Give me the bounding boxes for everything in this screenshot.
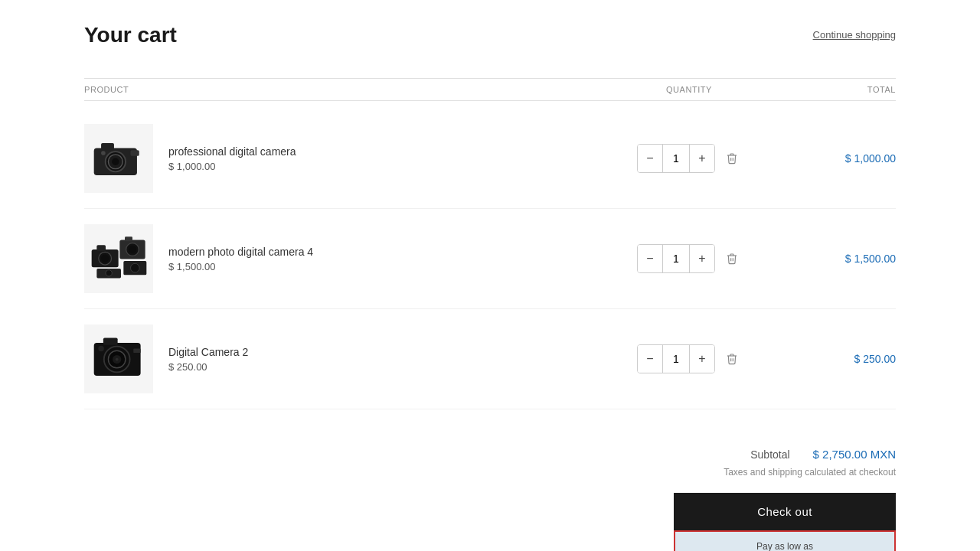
col-header-total: TOTAL (773, 85, 896, 94)
item-total-3: $ 250.00 (773, 353, 896, 365)
quantity-control-1: − + (605, 144, 773, 173)
product-image-2 (84, 224, 153, 293)
continue-shopping-link[interactable]: Continue shopping (813, 29, 896, 41)
qty-decrease-2[interactable]: − (638, 245, 662, 272)
qty-box-3: − + (637, 344, 715, 373)
delete-item-2[interactable] (723, 249, 741, 268)
svg-rect-14 (125, 236, 132, 241)
product-name-1: professional digital camera (168, 145, 296, 158)
cart-table-header: PRODUCT QUANTITY TOTAL (84, 78, 896, 101)
page-header: Your cart Continue shopping (84, 23, 896, 47)
qty-box-1: − + (637, 144, 715, 173)
product-price-3: $ 250.00 (168, 361, 248, 373)
subtotal-row: Subtotal $ 2,750.00 MXN (750, 448, 896, 461)
qty-increase-1[interactable]: + (690, 145, 714, 172)
cart-items-list: professional digital camera $ 1,000.00 −… (84, 109, 896, 409)
col-header-product: PRODUCT (84, 85, 605, 94)
qty-input-2[interactable] (662, 245, 690, 272)
product-image-1 (84, 124, 153, 193)
delete-item-1[interactable] (723, 149, 741, 168)
qty-box-2: − + (637, 244, 715, 273)
svg-point-9 (101, 254, 109, 262)
svg-point-3 (112, 158, 119, 165)
qty-decrease-3[interactable]: − (638, 345, 662, 373)
jifiti-widget: Pay as low as $262.70/mo with Jifiti. Ch… (674, 530, 896, 551)
qty-increase-3[interactable]: + (690, 345, 714, 373)
product-price-1: $ 1,000.00 (168, 161, 296, 172)
svg-rect-24 (103, 337, 117, 344)
svg-rect-25 (133, 348, 140, 353)
svg-point-18 (130, 263, 139, 272)
table-row: modern photo digital camera 4 $ 1,500.00… (84, 209, 896, 309)
cart-footer: Subtotal $ 2,750.00 MXN Taxes and shippi… (84, 432, 896, 551)
item-total-1: $ 1,000.00 (773, 152, 896, 165)
table-row: professional digital camera $ 1,000.00 −… (84, 109, 896, 209)
item-total-2: $ 1,500.00 (773, 253, 896, 265)
product-details-1: professional digital camera $ 1,000.00 (168, 145, 296, 172)
product-image-3 (84, 324, 153, 393)
quantity-control-3: − + (605, 344, 773, 373)
svg-point-16 (106, 269, 112, 276)
product-price-2: $ 1,500.00 (168, 261, 313, 272)
svg-point-23 (115, 357, 118, 360)
product-name-3: Digital Camera 2 (168, 346, 248, 358)
svg-point-6 (101, 151, 106, 155)
svg-rect-5 (130, 150, 139, 156)
product-info-2: modern photo digital camera 4 $ 1,500.00 (84, 224, 605, 293)
qty-input-1[interactable] (662, 145, 690, 172)
product-details-2: modern photo digital camera 4 $ 1,500.00 (168, 246, 313, 272)
checkout-button[interactable]: Check out (674, 493, 896, 530)
quantity-control-2: − + (605, 244, 773, 273)
svg-point-13 (129, 246, 136, 253)
svg-point-26 (98, 345, 104, 351)
jifiti-pay-label: Pay as low as (688, 541, 882, 551)
product-details-3: Digital Camera 2 $ 250.00 (168, 346, 248, 373)
svg-rect-4 (101, 142, 114, 149)
col-header-quantity: QUANTITY (605, 85, 773, 94)
qty-input-3[interactable] (662, 345, 690, 373)
subtotal-value: $ 2,750.00 MXN (813, 448, 896, 461)
page-title: Your cart (84, 23, 177, 47)
product-info-3: Digital Camera 2 $ 250.00 (84, 324, 605, 393)
table-row: Digital Camera 2 $ 250.00 − + (84, 309, 896, 409)
delete-item-3[interactable] (723, 350, 741, 368)
qty-decrease-1[interactable]: − (638, 145, 662, 172)
subtotal-label: Subtotal (750, 448, 789, 461)
product-name-2: modern photo digital camera 4 (168, 246, 313, 258)
svg-rect-10 (96, 245, 106, 251)
qty-increase-2[interactable]: + (690, 245, 714, 272)
taxes-note: Taxes and shipping calculated at checkou… (724, 467, 896, 478)
product-info: professional digital camera $ 1,000.00 (84, 124, 605, 193)
